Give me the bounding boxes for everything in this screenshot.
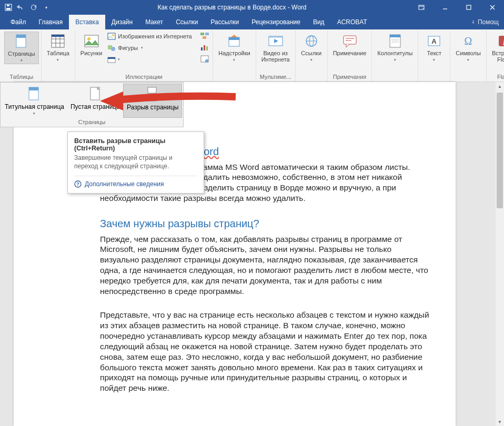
links-button[interactable]: Ссылки ▾ [298,32,325,63]
symbol-icon: Ω [460,33,477,49]
tab-home[interactable]: Главная [33,15,69,29]
table-button[interactable]: Таблица ▾ [44,32,73,63]
tab-references[interactable]: Ссылки [169,15,204,29]
svg-point-3 [32,5,36,10]
headerfooter-button[interactable]: Колонтитулы ▾ [374,32,416,63]
picture-icon [83,33,100,49]
pages-dropdown-label: Страницы [2,118,182,127]
comment-icon [341,33,358,49]
paragraph-2: Прежде, чем рассказать о том, как добавл… [100,234,429,297]
help-icon: ? [74,180,82,188]
scroll-down-icon[interactable]: ▼ [496,418,504,426]
scroll-up-icon[interactable]: ▲ [496,82,504,90]
group-headerfooter: Колонтитулы ▾ Колонтитулы [372,31,418,82]
text-button[interactable]: A Текст ▾ [420,32,448,63]
tab-view[interactable]: Вид [307,15,331,29]
pictures-button[interactable]: Рисунки [77,32,106,58]
group-media-label: Мультиме... [256,73,295,82]
comment-label: Примечание [333,50,367,57]
screenshot-button[interactable]: ▾ [105,55,200,64]
tooltip-more-link[interactable]: ? Дополнительные сведения [74,176,197,188]
table-label: Таблица [47,50,69,57]
save-icon[interactable] [4,3,13,12]
tab-mailings[interactable]: Рассылки [204,15,245,29]
video-label: Видео из Интернета [261,50,290,63]
table-icon [49,33,66,49]
vertical-scrollbar[interactable]: ▲ ▼ [496,82,504,426]
chevron-down-icon: ▾ [394,58,396,62]
svg-rect-27 [203,36,206,39]
chevron-down-icon: ▾ [33,111,35,116]
undo-icon[interactable] [17,3,25,12]
svg-rect-6 [467,5,471,9]
screenshot-small-icon[interactable]: + [200,55,210,64]
svg-text:?: ? [76,181,79,187]
tell-me[interactable]: ♀ Помощ [466,18,504,26]
tooltip-description: Завершение текущей страницы и переход к … [74,154,197,170]
svg-rect-16 [52,35,64,37]
screenshot-icon [107,55,116,64]
tab-insert[interactable]: Вставка [69,15,105,29]
shapes-button[interactable]: Фигуры ▾ [105,43,200,53]
close-button[interactable] [480,0,504,15]
shapes-icon [107,44,116,52]
group-comments-label: Примечания [328,73,372,82]
chevron-down-icon: ▾ [233,58,235,62]
svg-text:A: A [432,37,437,45]
tab-design[interactable]: Дизайн [105,15,139,29]
svg-rect-54 [29,87,38,90]
cover-page-label: Титульная страница [5,104,64,110]
chevron-down-icon: ▾ [118,57,120,62]
svg-point-18 [87,37,90,40]
symbols-label: Символы [456,50,481,57]
tab-review[interactable]: Рецензирование [245,15,307,29]
svg-rect-45 [390,35,400,37]
svg-rect-25 [200,33,204,35]
group-illustrations: Рисунки Изображения из Интернета Фигуры … [75,31,214,82]
group-flash-label: Flash [487,73,504,82]
redo-icon[interactable] [29,3,38,12]
comment-button[interactable]: Примечание [330,32,370,58]
maximize-button[interactable] [457,0,480,15]
pages-button[interactable]: Страницы ▾ [4,32,39,64]
addins-button[interactable]: Надстройки ▾ [215,32,253,63]
group-media: Видео из Интернета Мультиме... [256,31,296,82]
online-pictures-button[interactable]: Изображения из Интернета [105,32,200,41]
tab-layout[interactable]: Макет [139,15,169,29]
online-video-button[interactable]: Видео из Интернета [258,32,293,64]
minimize-button[interactable] [433,0,457,15]
chart-icon[interactable] [200,43,210,53]
qat-dropdown-icon[interactable]: ▾ [42,3,51,12]
ribbon: Страницы ▾ Таблицы Таблица ▾ Рисунки [0,29,504,82]
chevron-down-icon: ▾ [21,58,23,63]
flash-button[interactable]: f Встроить Flash [489,32,504,64]
online-picture-icon [107,32,116,40]
spacer-label [42,73,75,82]
svg-rect-24 [108,57,115,59]
pictures-label: Рисунки [80,50,103,57]
ribbon-display-options[interactable] [409,0,433,15]
cover-page-button[interactable]: Титульная страница ▾ [2,84,67,118]
tab-acrobat[interactable]: ACROBAT [331,15,374,29]
tab-file[interactable]: Файл [4,15,33,29]
header-icon [387,33,404,49]
tell-me-label: Помощ [478,18,499,26]
tooltip-more-label: Дополнительные сведения [85,180,164,188]
heading-2: Зачем нужны разрывы страниц? [100,217,429,231]
svg-rect-2 [7,5,9,6]
text-label: Текст [427,50,441,57]
symbols-button[interactable]: Ω Символы ▾ [452,32,484,63]
lightbulb-icon: ♀ [471,18,476,26]
window-controls [409,0,504,15]
svg-rect-35 [229,37,239,40]
group-symbols: Ω Символы ▾ [450,31,487,82]
link-icon [303,33,320,49]
scroll-thumb[interactable] [497,93,503,208]
flash-label: Встроить Flash [492,50,504,63]
chevron-down-icon: ▾ [433,58,435,62]
svg-rect-19 [108,33,115,39]
group-comments: Примечание Примечания [328,31,372,82]
ribbon-tabs: Файл Главная Вставка Дизайн Макет Ссылки… [0,15,504,29]
flash-icon: f [496,33,504,49]
smartart-icon[interactable] [200,32,210,41]
